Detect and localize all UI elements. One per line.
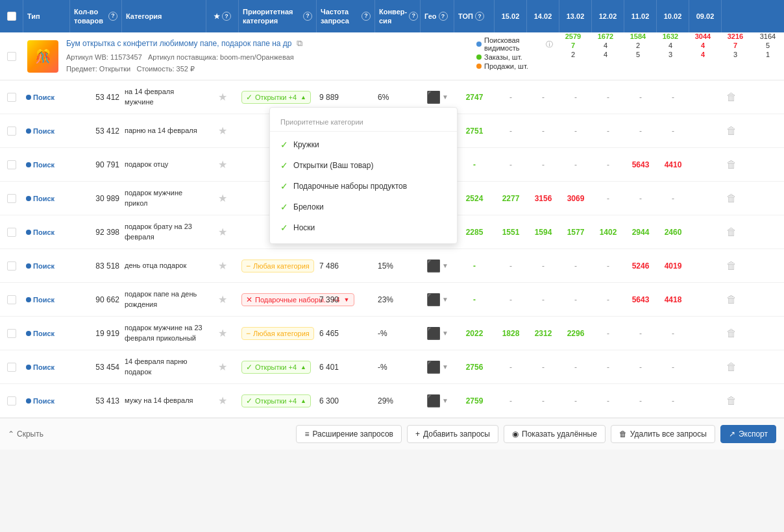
hide-button[interactable]: ⌃ Скрыть [8,429,43,439]
row-checkbox[interactable] [0,156,23,173]
geo-button[interactable]: ⬛ ▼ [426,360,448,374]
row-priority[interactable]: ✓ Открытки +4 ▲ [239,391,317,411]
delete-icon[interactable]: 🗑 [726,125,737,137]
row-star[interactable]: ★ [206,188,239,208]
row-delete[interactable]: 🗑 [722,357,741,377]
row-star[interactable]: ★ [206,323,239,343]
row-check[interactable] [7,396,16,405]
delete-icon[interactable]: 🗑 [726,395,737,407]
star-button[interactable]: ★ [218,192,227,204]
geo-button[interactable]: ⬛ ▼ [426,293,448,307]
geo-button[interactable]: ⬛ ▼ [426,394,448,408]
star-button[interactable]: ★ [218,226,227,238]
star-button[interactable]: ★ [218,260,227,272]
row-checkbox[interactable] [0,325,23,342]
row-geo[interactable]: ⬛ ▼ [421,322,454,345]
priority-dropdown[interactable]: Приоритетные категории ✓ Кружки ✓ Открыт… [269,107,458,244]
product-checkbox[interactable] [0,32,23,80]
dropdown-item[interactable]: ✓ Открытки (Ваш товар) [270,155,457,176]
row-check[interactable] [7,93,16,102]
star-button[interactable]: ★ [218,361,227,373]
delete-icon[interactable]: 🗑 [726,361,737,373]
row-checkbox[interactable] [0,359,23,376]
row-checkbox[interactable] [0,291,23,308]
row-geo[interactable]: ⬛ ▼ [421,356,454,378]
row-geo[interactable]: ⬛ ▼ [421,390,454,412]
priority-tag[interactable]: ✓ Открытки +4 ▲ [241,394,311,407]
row-check[interactable] [7,228,16,237]
th-checkbox[interactable] [0,0,23,32]
row-check[interactable] [7,261,16,271]
dropdown-item[interactable]: ✓ Подарочные наборы продуктов [270,176,457,197]
priority-tag[interactable]: − Любая категория [241,260,314,272]
row-priority[interactable]: − Любая категория [239,256,317,276]
row-check[interactable] [7,295,16,304]
geo-button[interactable]: ⬛ ▼ [426,90,448,104]
row-priority[interactable]: − Любая категория [239,323,317,344]
row-checkbox[interactable] [0,190,23,207]
row-checkbox[interactable] [0,224,23,241]
row-star[interactable]: ★ [206,222,239,242]
add-queries-button[interactable]: + Добавить запросы [407,425,498,443]
row-priority[interactable]: ✓ Открытки +4 ▲ [239,357,317,378]
priority-help-icon[interactable]: ? [303,12,312,21]
qty-help-icon[interactable]: ? [108,12,117,21]
row-delete[interactable]: 🗑 [722,121,741,141]
expand-queries-button[interactable]: ≡ Расширение запросов [296,425,402,443]
info-icon[interactable]: ⓘ [546,40,553,49]
delete-icon[interactable]: 🗑 [726,294,737,306]
top-help-icon[interactable]: ? [475,12,484,21]
row-star[interactable]: ★ [206,289,239,309]
row-priority[interactable]: ✓ Открытки +4 ▲ [239,87,317,108]
conv-help-icon[interactable]: ? [409,12,418,21]
row-geo[interactable]: ⬛ ▼ [421,289,454,311]
star-button[interactable]: ★ [218,158,227,171]
delete-icon[interactable]: 🗑 [726,226,737,238]
row-delete[interactable]: 🗑 [722,290,741,309]
row-priority[interactable]: ✕ Подарочные наборы... +4 ▼ [239,289,317,310]
select-all-checkbox[interactable] [7,12,16,21]
row-delete[interactable]: 🗑 [722,223,741,242]
row-delete[interactable]: 🗑 [722,189,741,208]
priority-tag[interactable]: − Любая категория [241,327,314,340]
row-star[interactable]: ★ [206,256,239,276]
star-button[interactable]: ★ [218,293,227,306]
dropdown-item[interactable]: ✓ Носки [270,217,457,238]
row-star[interactable]: ★ [206,391,239,411]
row-check[interactable] [7,160,16,169]
row-star[interactable]: ★ [206,357,239,377]
star-button[interactable]: ★ [218,394,227,407]
export-button[interactable]: ↗ Экспорт [720,425,776,443]
row-delete[interactable]: 🗑 [722,324,741,343]
geo-button[interactable]: ⬛ ▼ [426,259,448,273]
row-delete[interactable]: 🗑 [722,256,741,276]
delete-icon[interactable]: 🗑 [726,328,737,339]
row-check[interactable] [7,363,16,372]
row-star[interactable]: ★ [206,87,239,107]
row-star[interactable]: ★ [206,154,239,175]
star-button[interactable]: ★ [218,327,227,339]
row-checkbox[interactable] [0,89,23,106]
row-check[interactable] [7,127,16,136]
row-geo[interactable]: ⬛ ▼ [421,255,454,277]
row-checkbox[interactable] [0,393,23,409]
geo-button[interactable]: ⬛ ▼ [426,326,448,341]
product-check[interactable] [7,52,16,61]
row-delete[interactable]: 🗑 [722,391,741,411]
row-delete[interactable]: 🗑 [722,155,741,175]
priority-tag[interactable]: ✓ Открытки +4 ▲ [241,361,311,374]
star-button[interactable]: ★ [218,125,227,137]
delete-all-button[interactable]: 🗑 Удалить все запросы [611,425,715,443]
product-title[interactable]: Бум открытка с конфетти любимому папе, п… [66,38,469,49]
row-delete[interactable]: 🗑 [722,88,741,107]
delete-icon[interactable]: 🗑 [726,193,737,204]
row-geo[interactable]: ⬛ ▼ [421,86,454,108]
dropdown-item[interactable]: ✓ Кружки [270,134,457,155]
row-check[interactable] [7,329,16,338]
star-help-icon[interactable]: ? [222,12,231,21]
delete-icon[interactable]: 🗑 [726,260,737,272]
row-star[interactable]: ★ [206,121,239,141]
copy-icon[interactable]: ⧉ [297,38,302,48]
delete-icon[interactable]: 🗑 [726,159,737,171]
freq-help-icon[interactable]: ? [361,12,371,21]
